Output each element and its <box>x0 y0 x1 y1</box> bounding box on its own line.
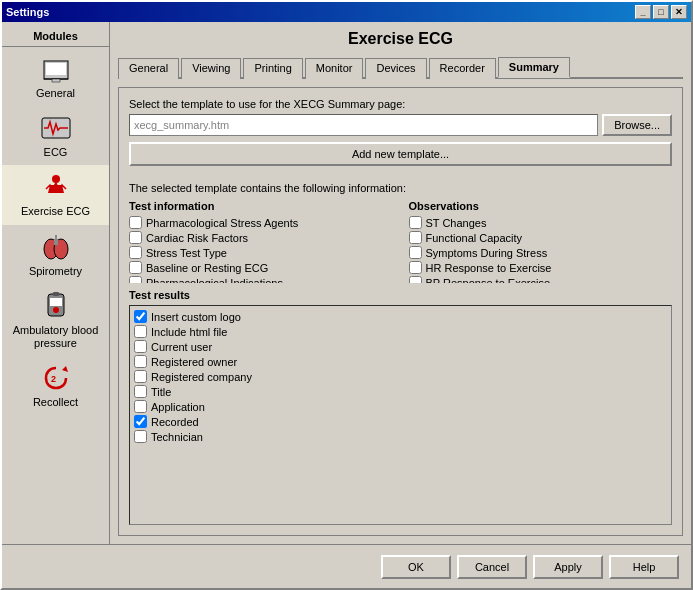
ok-button[interactable]: OK <box>381 555 451 579</box>
test-info-header: Test information <box>129 200 393 212</box>
add-template-button[interactable]: Add new template... <box>129 142 672 166</box>
svg-rect-13 <box>53 292 59 296</box>
cb-include-html-label: Include html file <box>151 326 227 338</box>
template-label: Select the template to use for the XECG … <box>129 98 672 110</box>
sidebar-item-recollect[interactable]: 2 Recollect <box>2 356 109 415</box>
cb-pharmacological-stress-input[interactable] <box>129 216 142 229</box>
cb-current-user-input[interactable] <box>134 340 147 353</box>
cb-pharmacological-stress-label: Pharmacological Stress Agents <box>146 217 298 229</box>
cb-application-input[interactable] <box>134 400 147 413</box>
panel-title: Exercise ECG <box>118 30 683 48</box>
observations-header: Observations <box>409 200 673 212</box>
cb-pharm-indications: Pharmacological Indications <box>129 276 393 283</box>
tab-monitor[interactable]: Monitor <box>305 58 364 79</box>
sidebar-item-spirometry[interactable]: Spirometry <box>2 225 109 284</box>
cb-hr-response: HR Response to Exercise <box>409 261 673 274</box>
sidebar-label-exercise-ecg: Exercise ECG <box>21 205 90 218</box>
cb-registered-owner-input[interactable] <box>134 355 147 368</box>
cb-cardiac-risk-input[interactable] <box>129 231 142 244</box>
svg-rect-3 <box>52 79 60 82</box>
general-icon <box>40 53 72 85</box>
tab-general[interactable]: General <box>118 58 179 79</box>
apply-button[interactable]: Apply <box>533 555 603 579</box>
cb-include-html: Include html file <box>134 325 667 338</box>
cancel-button[interactable]: Cancel <box>457 555 527 579</box>
cb-hr-response-label: HR Response to Exercise <box>426 262 552 274</box>
cb-bp-response-label: BP Response to Exercise <box>426 277 551 284</box>
bottom-buttons: OK Cancel Apply Help <box>2 544 691 588</box>
cb-st-changes-label: ST Changes <box>426 217 487 229</box>
cb-cardiac-risk-label: Cardiac Risk Factors <box>146 232 248 244</box>
window-title: Settings <box>6 6 635 18</box>
cb-baseline-ecg-input[interactable] <box>129 261 142 274</box>
browse-button[interactable]: Browse... <box>602 114 672 136</box>
sidebar-item-exercise-ecg[interactable]: Exercise ECG <box>2 165 109 224</box>
test-results-scroll-container: Test results Insert custom logo Include … <box>129 289 672 525</box>
window-content: Modules General <box>2 22 691 544</box>
settings-window: Settings _ □ ✕ Modules General <box>0 0 693 590</box>
svg-rect-9 <box>55 235 57 240</box>
tab-recorder[interactable]: Recorder <box>429 58 496 79</box>
cb-bp-response: BP Response to Exercise <box>409 276 673 283</box>
cb-baseline-ecg-label: Baseline or Resting ECG <box>146 262 268 274</box>
test-results-scroll[interactable]: Insert custom logo Include html file Cur… <box>129 305 672 525</box>
cb-bp-response-input[interactable] <box>409 276 422 283</box>
cb-functional-capacity-label: Functional Capacity <box>426 232 523 244</box>
cb-application: Application <box>134 400 667 413</box>
cb-title-input[interactable] <box>134 385 147 398</box>
cb-stress-test-type: Stress Test Type <box>129 246 393 259</box>
cb-recorded-input[interactable] <box>134 415 147 428</box>
sidebar-item-ecg[interactable]: ECG <box>2 106 109 165</box>
cb-technician-input[interactable] <box>134 430 147 443</box>
exercise-ecg-icon <box>40 171 72 203</box>
ambulatory-icon <box>40 290 72 322</box>
cb-st-changes-input[interactable] <box>409 216 422 229</box>
cb-recorded: Recorded <box>134 415 667 428</box>
cb-title: Title <box>134 385 667 398</box>
cb-stress-test-type-label: Stress Test Type <box>146 247 227 259</box>
two-column-section: Test information Pharmacological Stress … <box>129 200 672 283</box>
cb-technician-label: Technician <box>151 431 203 443</box>
spirometry-icon <box>40 231 72 263</box>
cb-current-user-label: Current user <box>151 341 212 353</box>
cb-include-html-input[interactable] <box>134 325 147 338</box>
test-results-header: Test results <box>129 289 672 301</box>
summary-content: Select the template to use for the XECG … <box>129 98 672 525</box>
cb-stress-test-type-input[interactable] <box>129 246 142 259</box>
cb-cardiac-risk: Cardiac Risk Factors <box>129 231 393 244</box>
cb-symptoms-stress-input[interactable] <box>409 246 422 259</box>
title-controls: _ □ ✕ <box>635 5 687 19</box>
sidebar: Modules General <box>2 22 110 544</box>
cb-functional-capacity-input[interactable] <box>409 231 422 244</box>
cb-pharmacological-stress: Pharmacological Stress Agents <box>129 216 393 229</box>
sidebar-item-general[interactable]: General <box>2 47 109 106</box>
maximize-button[interactable]: □ <box>653 5 669 19</box>
minimize-button[interactable]: _ <box>635 5 651 19</box>
sidebar-item-ambulatory[interactable]: Ambulatory blood pressure <box>2 284 109 356</box>
cb-hr-response-input[interactable] <box>409 261 422 274</box>
cb-insert-logo-input[interactable] <box>134 310 147 323</box>
cb-insert-logo: Insert custom logo <box>134 310 667 323</box>
template-section: Select the template to use for the XECG … <box>129 98 672 174</box>
recollect-icon: 2 <box>40 362 72 394</box>
cb-symptoms-stress-label: Symptoms During Stress <box>426 247 548 259</box>
tab-printing[interactable]: Printing <box>243 58 302 79</box>
test-info-section: Test information Pharmacological Stress … <box>129 200 399 283</box>
cb-title-label: Title <box>151 386 171 398</box>
help-button[interactable]: Help <box>609 555 679 579</box>
close-button[interactable]: ✕ <box>671 5 687 19</box>
cb-pharm-indications-input[interactable] <box>129 276 142 283</box>
cb-current-user: Current user <box>134 340 667 353</box>
template-input[interactable] <box>129 114 598 136</box>
tab-devices[interactable]: Devices <box>365 58 426 79</box>
cb-st-changes: ST Changes <box>409 216 673 229</box>
sidebar-label-spirometry: Spirometry <box>29 265 82 278</box>
observations-section: Observations ST Changes Functional Capac… <box>409 200 673 283</box>
tab-viewing[interactable]: Viewing <box>181 58 241 79</box>
sidebar-label-recollect: Recollect <box>33 396 78 409</box>
tab-summary[interactable]: Summary <box>498 57 570 78</box>
svg-point-12 <box>53 307 59 313</box>
info-text: The selected template contains the follo… <box>129 182 672 194</box>
cb-application-label: Application <box>151 401 205 413</box>
cb-registered-company-input[interactable] <box>134 370 147 383</box>
